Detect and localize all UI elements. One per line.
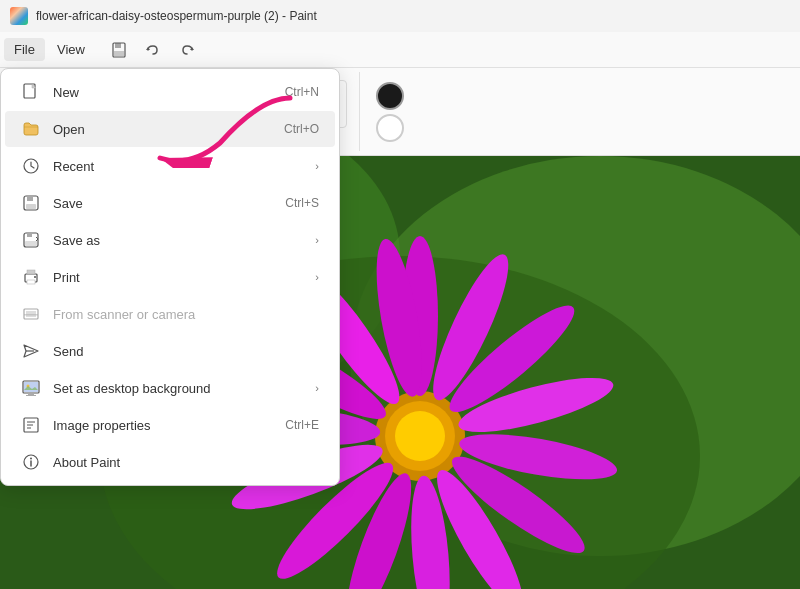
print-label: Print [53,270,303,285]
open-icon [21,119,41,139]
scanner-label: From scanner or camera [53,307,319,322]
open-shortcut: Ctrl+O [284,122,319,136]
svg-rect-51 [24,314,38,316]
svg-rect-55 [28,393,34,395]
svg-rect-1 [115,43,121,48]
svg-rect-40 [27,196,33,201]
about-icon [21,452,41,472]
recent-icon [21,156,41,176]
menu-item-open[interactable]: Open Ctrl+O [5,111,335,147]
new-icon [21,82,41,102]
svg-rect-2 [114,51,124,56]
properties-icon [21,415,41,435]
desktop-label: Set as desktop background [53,381,303,396]
svg-rect-47 [27,280,35,284]
print-arrow: › [315,271,319,283]
scanner-icon [21,304,41,324]
svg-rect-56 [26,395,36,396]
menu-item-saveas[interactable]: Save as › [5,222,335,258]
saveas-arrow: › [315,234,319,246]
svg-rect-41 [26,204,36,209]
svg-point-20 [395,411,445,461]
menu-item-print[interactable]: Print › [5,259,335,295]
menu-item-about[interactable]: About Paint [5,444,335,480]
open-label: Open [53,122,272,137]
menu-item-properties[interactable]: Image properties Ctrl+E [5,407,335,443]
menu-item-scanner: From scanner or camera [5,296,335,332]
properties-shortcut: Ctrl+E [285,418,319,432]
svg-rect-44 [25,241,37,246]
save-icon [21,193,41,213]
menu-item-save[interactable]: Save Ctrl+S [5,185,335,221]
ribbon-colors-group [364,72,416,151]
svg-rect-46 [27,270,35,274]
save-label: Save [53,196,273,211]
menu-bar: File View [0,32,800,68]
saveas-label: Save as [53,233,303,248]
svg-point-63 [30,458,32,460]
save-button[interactable] [105,36,133,64]
recent-arrow: › [315,160,319,172]
svg-point-48 [34,276,36,278]
color2-white[interactable] [376,114,404,142]
send-icon [21,341,41,361]
save-shortcut: Ctrl+S [285,196,319,210]
undo-button[interactable] [139,36,167,64]
menu-file[interactable]: File [4,38,45,61]
send-label: Send [53,344,319,359]
menu-item-send[interactable]: Send [5,333,335,369]
window-title: flower-african-daisy-osteospermum-purple… [36,9,317,23]
recent-label: Recent [53,159,303,174]
menu-view[interactable]: View [47,38,95,61]
svg-rect-54 [24,382,38,392]
desktop-arrow: › [315,382,319,394]
menu-item-recent[interactable]: Recent › [5,148,335,184]
redo-button[interactable] [173,36,201,64]
file-dropdown-menu: New Ctrl+N Open Ctrl+O Recent › [0,68,340,486]
new-shortcut: Ctrl+N [285,85,319,99]
color1-black[interactable] [376,82,404,110]
app-icon [10,7,28,25]
menu-item-desktop[interactable]: Set as desktop background › [5,370,335,406]
new-label: New [53,85,273,100]
svg-rect-43 [27,233,32,237]
toolbar-section [105,36,201,64]
print-icon [21,267,41,287]
menu-item-new[interactable]: New Ctrl+N [5,74,335,110]
saveas-icon [21,230,41,250]
properties-label: Image properties [53,418,273,433]
desktop-icon [21,378,41,398]
about-label: About Paint [53,455,319,470]
title-bar: flower-african-daisy-osteospermum-purple… [0,0,800,32]
